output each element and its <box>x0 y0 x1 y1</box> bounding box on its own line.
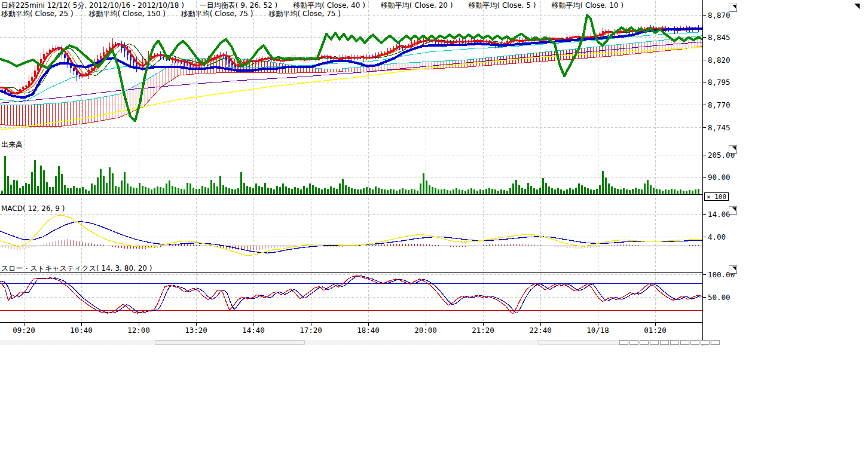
x-axis-label: 20:00 <box>414 326 437 335</box>
chart-canvas[interactable]: 09:2010:4012:0013:2014:4017:2018:4020:00… <box>0 0 741 347</box>
y-axis-label: 90.00 <box>708 173 731 182</box>
scrollbar-segment[interactable] <box>640 340 649 345</box>
y-axis-label: 4.00 <box>708 232 726 241</box>
x-axis-label: 12:00 <box>127 326 150 335</box>
x-axis-label: 18:40 <box>357 326 380 335</box>
volume-pane <box>0 156 702 194</box>
pane-collapse-button-price[interactable] <box>729 4 737 12</box>
x-axis-label: 22:40 <box>529 326 552 335</box>
macd-pane <box>0 215 702 256</box>
y-axis-label: 14.00 <box>708 210 731 219</box>
stochastics-pane <box>0 272 702 314</box>
x-axis-label: 13:20 <box>185 326 207 335</box>
pane-collapse-button-stoch[interactable] <box>729 265 737 274</box>
indicator-label-ma75b: 移動平均( Close, 75 ) <box>268 9 341 19</box>
window-corner-arrow-icon[interactable] <box>854 4 860 9</box>
indicator-label-ma25: 移動平均( Close, 25 ) <box>1 9 74 19</box>
scrollbar-thumb[interactable] <box>155 340 305 345</box>
scrollbar-segment[interactable] <box>670 340 679 345</box>
x-axis-label: 01:20 <box>644 326 667 335</box>
x-axis-label: 10/18 <box>586 326 609 335</box>
indicator-label-ma150: 移動平均( Close, 150 ) <box>89 9 166 19</box>
scrollbar-strip <box>538 340 620 345</box>
indicator-header-row-2: 移動平均( Close, 25 ) 移動平均( Close, 150 ) 移動平… <box>1 9 341 19</box>
stochastics-pane-label: スロー・ストキャスティクス( 14, 3, 80, 20 ) <box>1 264 152 274</box>
indicator-label-ma5: 移動平均( Close, 5 ) <box>468 1 536 11</box>
x-axis-label: 21:20 <box>472 326 494 335</box>
scrollbar-segment[interactable] <box>629 340 638 345</box>
x-axis-label: 10:40 <box>70 326 93 335</box>
scrollbar-segment[interactable] <box>680 340 689 345</box>
y-axis-label: 8,795 <box>708 78 731 87</box>
y-axis-label: 8,845 <box>708 33 731 42</box>
chart-app-window: 09:2010:4012:0013:2014:4017:2018:4020:00… <box>0 0 868 459</box>
y-axis-label: 8,770 <box>708 100 731 109</box>
y-axis-label: 8,820 <box>708 56 731 65</box>
y-axis-label: 50.00 <box>708 293 731 302</box>
volume-pane-label: 出来高 <box>1 140 23 150</box>
x-axis-label: 17:20 <box>299 326 322 335</box>
x-axis-label: 09:20 <box>13 326 35 335</box>
scrollbar-segment[interactable] <box>619 340 628 345</box>
volume-multiplier-badge: × 100 <box>704 192 729 201</box>
pane-collapse-button-macd[interactable] <box>729 206 737 215</box>
scrollbar-segments <box>619 340 720 345</box>
scrollbar-segment[interactable] <box>660 340 669 345</box>
pane-collapse-button-volume[interactable] <box>729 145 737 154</box>
x-axis-label: 14:40 <box>242 326 265 335</box>
indicator-label-ma10: 移動平均( Close, 10 ) <box>551 1 624 11</box>
scrollbar-segment[interactable] <box>701 340 710 345</box>
moving-averages-thin <box>0 27 702 130</box>
horizontal-scrollbar[interactable] <box>0 340 713 345</box>
scrollbar-segment[interactable] <box>711 340 720 345</box>
indicator-label-ma75a: 移動平均( Close, 75 ) <box>181 9 253 19</box>
y-axis-label: 8,870 <box>708 11 731 20</box>
ichimoku-cloud <box>0 36 702 127</box>
macd-pane-label: MACD( 12, 26, 9 ) <box>1 204 65 213</box>
y-axis-label: 8,745 <box>708 123 731 132</box>
scrollbar-segment[interactable] <box>650 340 659 345</box>
scrollbar-segment[interactable] <box>690 340 699 345</box>
indicator-label-ma20: 移動平均( Close, 20 ) <box>381 1 453 11</box>
